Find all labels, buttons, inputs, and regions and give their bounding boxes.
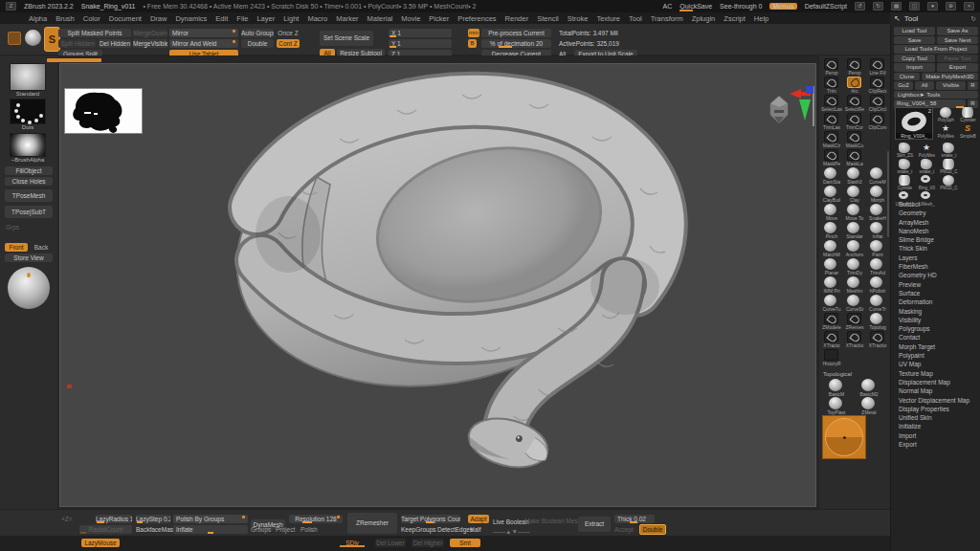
shelf-tool[interactable]: Persp — [843, 57, 866, 76]
shelf-tool[interactable]: MaskLa — [843, 148, 866, 166]
shelf-tool[interactable]: Slash3 — [843, 166, 866, 185]
menu-item[interactable]: Zplugin — [692, 14, 716, 23]
shelf-tool[interactable]: CurveSt — [843, 294, 866, 312]
axis-gizmo[interactable] — [790, 86, 816, 126]
del-higher-button[interactable]: Del Higher — [412, 539, 444, 547]
project-button[interactable]: Project — [276, 526, 295, 533]
shelf-tool[interactable]: MaskCu — [843, 130, 866, 148]
lazystep-slider[interactable]: LazyStep 0.25 — [136, 515, 170, 523]
tool-subpalette[interactable]: Masking — [891, 307, 980, 316]
alpha-preview-thumbnail[interactable] — [64, 88, 143, 134]
menu-item[interactable]: Render — [505, 14, 529, 23]
tool-subpalette[interactable]: Displacement Map — [891, 378, 980, 386]
auto-groups-button[interactable]: Auto Groups — [241, 29, 274, 37]
shelf-tool[interactable]: SnakeH — [866, 203, 889, 221]
tool-subpalette[interactable]: Layers — [891, 253, 980, 262]
shelf-scrollbar[interactable] — [887, 151, 889, 237]
tool-thumbnail[interactable]: PolySph — [935, 107, 957, 123]
shelf-tool[interactable]: XTracto — [820, 330, 843, 348]
polish-button[interactable]: Polish — [301, 526, 318, 533]
menu-item[interactable]: File — [236, 14, 248, 23]
live-boolean-button[interactable]: Live Boolean — [493, 518, 529, 525]
current-material-thumbnail[interactable] — [8, 267, 50, 309]
redo-history-icon[interactable]: ↻ — [873, 2, 883, 11]
shelf-tool[interactable]: Line Fill — [866, 57, 889, 76]
smt-button[interactable]: Smt — [450, 539, 480, 547]
shelf-tool[interactable]: Planar — [820, 257, 843, 276]
zbrush-sphere-icon[interactable] — [25, 30, 41, 46]
shelf-tool[interactable]: TrimAd — [866, 257, 889, 276]
dot-icon[interactable] — [8, 32, 21, 45]
menu-item[interactable]: Preferences — [457, 14, 496, 23]
tool-subpalette[interactable]: Initialize — [891, 422, 980, 430]
layout-icon[interactable]: ▦ — [891, 2, 902, 11]
tool-subpalette[interactable]: Unified Skin — [891, 413, 980, 422]
snake-ring-model[interactable] — [60, 64, 815, 506]
tool-subpalette[interactable]: Polypaint — [891, 351, 980, 360]
recent-tool-thumbnail[interactable]: Cylinde — [894, 175, 916, 191]
shelf-tool[interactable] — [866, 148, 889, 166]
material-item[interactable]: BasicM2 — [853, 379, 885, 397]
menu-item[interactable]: Alpha — [29, 14, 47, 23]
recent-tool-thumbnail[interactable]: snake_t — [938, 143, 960, 159]
menu-item[interactable]: Zscript — [724, 14, 746, 23]
shelf-tool[interactable]: TrimDy — [843, 257, 866, 276]
tpose-subt-button[interactable]: TPose|SubT — [5, 206, 53, 218]
shelf-tool[interactable]: SelectLas — [820, 94, 843, 112]
paste-tool-button[interactable]: Paste Tool — [937, 55, 978, 63]
shelf-tool[interactable]: ClipCircl — [866, 94, 889, 112]
refresh-icon[interactable]: ↻ — [970, 15, 976, 23]
mm-units-button[interactable]: mm — [468, 29, 479, 37]
shelf-tool[interactable]: Paint — [866, 239, 889, 257]
shelf-tool[interactable]: CurveTu — [820, 294, 843, 312]
mirror-dropdown[interactable]: Mirror — [169, 29, 238, 37]
b-units-button[interactable]: B — [468, 39, 477, 48]
goz-r-button[interactable]: R — [968, 81, 978, 90]
menu-item[interactable]: Texture — [596, 14, 620, 23]
inflate-slider[interactable]: Inflate — [173, 525, 248, 534]
shelf-tool[interactable]: Anchors — [843, 239, 866, 257]
shelf-tool[interactable]: ZModele — [820, 312, 843, 330]
active-tab-indicator[interactable] — [47, 58, 101, 62]
make-boolean-mesh-button[interactable]: Make Boolean Mesh — [524, 518, 581, 524]
tool-subpalette[interactable]: Slime Bridge — [891, 235, 980, 244]
keepgroups-button[interactable]: KeepGroups — [401, 526, 436, 533]
material-item[interactable]: ZMetal — [853, 397, 885, 415]
cont-z-button[interactable]: Cont Z — [277, 39, 300, 48]
shelf-tool[interactable]: Topolog — [866, 312, 889, 330]
tool-subpalette[interactable]: Vector Displacement Map — [891, 396, 980, 405]
web-link-icon[interactable]: ⊕ — [946, 2, 956, 11]
material-item[interactable]: ToyPlast — [820, 397, 853, 415]
preprocess-current-button[interactable]: Pre-process Current — [481, 29, 551, 37]
radialcount-slider[interactable]: RadialCount — [79, 525, 132, 534]
target-polygons-slider[interactable]: Target Polygons Count 5 — [401, 515, 460, 523]
shelf-tool[interactable]: CurveM — [866, 166, 889, 185]
shelf-tool[interactable]: HistoryR — [820, 348, 843, 366]
tool-subpalette[interactable]: Preview — [891, 280, 980, 289]
front-button[interactable]: Front — [5, 243, 28, 252]
detectedges-button[interactable]: DetectEdges — [437, 526, 473, 533]
lazymouse-button[interactable]: LazyMouse — [81, 539, 120, 547]
recent-tool-thumbnail[interactable]: Skin_ZS — [894, 143, 916, 159]
document-canvas[interactable] — [57, 55, 818, 509]
save-as-button[interactable]: Save As — [937, 27, 978, 35]
shelf-tool[interactable]: IMM Pri — [820, 276, 843, 294]
extract-button[interactable]: Extract — [578, 517, 611, 532]
tool-palette-header[interactable]: ↖ Tool ↻ — [890, 12, 980, 25]
current-stroke-thumbnail[interactable] — [10, 99, 46, 124]
save-button[interactable]: Save — [894, 36, 935, 45]
menu-item[interactable]: Material — [368, 14, 393, 23]
fillobject-button[interactable]: FillObject — [5, 166, 53, 175]
menu-item[interactable]: Marker — [336, 14, 358, 23]
tool-subpalette[interactable]: Thick Skin — [891, 244, 980, 253]
export-button[interactable]: Export — [937, 63, 978, 72]
shelf-tool[interactable] — [866, 130, 889, 148]
resolution-slider[interactable]: Resolution 128 — [289, 515, 343, 523]
backfacemask-button[interactable]: BackfaceMask — [136, 526, 176, 533]
scale-x-slider[interactable]: X 1 — [389, 29, 452, 37]
goz-button[interactable]: GoZ — [894, 81, 913, 90]
menu-item[interactable]: Document — [109, 14, 142, 23]
recent-tool-thumbnail[interactable]: Ring_V0 — [916, 175, 938, 191]
quicksave-button[interactable]: QuickSave — [679, 3, 712, 10]
tool-subpalette[interactable]: Surface — [891, 289, 980, 298]
